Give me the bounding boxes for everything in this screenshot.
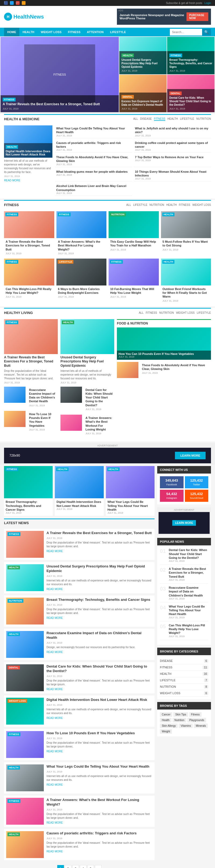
tag-minerals[interactable]: Minerals xyxy=(194,723,208,728)
list-item[interactable]: These Foods to Absolutely Avoid if You H… xyxy=(117,362,211,378)
page-4-btn[interactable]: 4 xyxy=(80,865,86,868)
hero-side1[interactable]: HEALTH Unused Dental Surgery Prescriptio… xyxy=(119,37,167,74)
ftab-weightloss[interactable]: WEIGHT LOSS xyxy=(192,204,211,206)
category-nutrition[interactable]: NUTRITION 8 xyxy=(160,684,208,690)
read-more-link[interactable]: READ MORE xyxy=(46,688,63,691)
latest-article[interactable]: DENTAL Dental Care for Kids: When Should… xyxy=(4,662,154,693)
list-item[interactable]: Roaccutane Examine Impact of Data on Chi… xyxy=(4,386,58,408)
tag-skin-allergy[interactable]: Skin Allergy xyxy=(160,723,178,728)
read-more-link[interactable]: READ MORE xyxy=(46,550,63,553)
list-item[interactable]: These Foods to Absolutely Avoid if You H… xyxy=(55,154,132,167)
list-item[interactable]: Alcohol Link Between Liver and Brain May… xyxy=(55,183,132,196)
latest-article[interactable]: FITNESS A Trainer Reveals the Best Exerc… xyxy=(4,529,154,560)
hero-side3[interactable]: FITNESS Breast Thermography: Technology,… xyxy=(167,37,214,74)
list-item[interactable]: A Trainer Answers: What's the Best Worko… xyxy=(61,415,114,436)
page-2-btn[interactable]: 2 xyxy=(65,865,71,868)
tag-skin-tips[interactable]: Skin Tips xyxy=(173,712,188,717)
nav-lifestyle[interactable]: LIFESTYLE xyxy=(107,28,129,36)
read-more-link[interactable]: READ MORE xyxy=(46,616,63,619)
article-card[interactable]: HEALTH What Your Legs Could Be Telling Y… xyxy=(106,466,154,516)
soundcloud-count[interactable]: 125,432 SoundCloud xyxy=(185,490,209,502)
list-item[interactable]: 7 Top Better Ways to Remove Acne on Your… xyxy=(134,154,211,167)
hero-main[interactable]: FITNESS FITNESS A Trainer Reveals the Be… xyxy=(1,37,119,112)
nav-fitness[interactable]: FITNESS xyxy=(65,28,83,36)
logo[interactable]: H HealthNews xyxy=(4,13,44,21)
latest-article[interactable]: HEALTH Unused Dental Surgery Prescriptio… xyxy=(4,562,154,593)
tag-playgrounds[interactable]: Playgrounds xyxy=(187,718,206,722)
list-item[interactable]: What is Jellyfish acid and why should I … xyxy=(134,125,211,138)
tag-health[interactable]: Health xyxy=(160,718,172,722)
list-item[interactable]: What bloating gums mean for people with … xyxy=(55,169,132,182)
hltab-all[interactable]: ALL xyxy=(139,311,144,314)
article-card[interactable]: HEALTH Digital Health Intervention Does … xyxy=(55,466,104,516)
food-img1[interactable]: How You Can 10 Pounds Even If You Have V… xyxy=(117,328,211,360)
tab-disease[interactable]: DISEASE xyxy=(140,117,151,121)
tab-lifestyle[interactable]: LIFESTYLE xyxy=(180,117,194,121)
health-featured-img[interactable]: HEALTH Digital Health Intervention Does … xyxy=(4,125,52,158)
twitter-count[interactable]: 125,432 Twitter xyxy=(185,476,209,488)
list-item[interactable]: How To Lose 10 Pounds Even If You Have V… xyxy=(4,411,58,432)
latest-article[interactable]: FITNESS How To Lose 10 Pounds Even If Yo… xyxy=(4,729,154,760)
instagram-count[interactable]: 54,432 Instagram xyxy=(160,490,184,502)
list-item[interactable]: Drinking coffee could protect against so… xyxy=(134,140,211,153)
ftab-all[interactable]: ALL xyxy=(126,204,131,206)
hl-center-title[interactable]: Unused Dental Surgery Prescriptions May … xyxy=(61,355,114,368)
latest-article[interactable]: NUTRITION Breast Thermography: Technolog… xyxy=(4,595,154,627)
latest-article[interactable]: HEALTH Causes of psoriatic arthritis: Tr… xyxy=(4,829,154,860)
article-card[interactable]: HEALTH Outdoor Best Friend Workouts for … xyxy=(161,258,211,304)
tag-vitamins[interactable]: Vitamins xyxy=(179,723,193,728)
tab-nutrition[interactable]: NUTRITION xyxy=(196,117,211,121)
list-item[interactable]: 10 Things Every Woman Should Know About … xyxy=(134,169,211,182)
latest-article[interactable]: HEALTH What Your Legs Could Be Telling Y… xyxy=(4,762,154,794)
nav-attention[interactable]: ATTENTION xyxy=(83,28,107,36)
tag-weight[interactable]: Weight xyxy=(160,729,172,734)
rss-icon[interactable]: r xyxy=(22,1,26,5)
category-lifestyle[interactable]: LIFESTYLE 7 xyxy=(160,677,208,684)
health-featured-read-more[interactable]: READ MORE xyxy=(4,179,21,182)
ftab-health[interactable]: HEALTH xyxy=(166,204,177,206)
latest-article[interactable]: HEALTH Roaccutane Examine Impact of Data… xyxy=(4,629,154,660)
read-more-link[interactable]: READ MORE xyxy=(46,750,63,753)
hltab-nutrition[interactable]: NUTRITION xyxy=(159,311,174,314)
article-card[interactable]: FITNESS 10 Fat-Burning Moves That Will H… xyxy=(109,258,159,304)
read-more-link[interactable]: READ MORE xyxy=(46,716,63,719)
tag-nutrition[interactable]: Nutrition xyxy=(173,718,186,722)
hl-center-img[interactable]: HEALTH xyxy=(61,319,114,354)
top-bar-social[interactable]: f t g+ r xyxy=(4,1,26,5)
tag-fitness[interactable]: Fitness xyxy=(189,712,202,717)
tab-all[interactable]: ALL xyxy=(133,117,138,121)
hl-featured-title[interactable]: A Trainer Reveals the Best Exercises For… xyxy=(4,355,58,368)
nav-weight-loss[interactable]: WEIGHT LOSS xyxy=(38,28,65,36)
page-5-btn[interactable]: 5 xyxy=(87,865,94,868)
latest-article[interactable]: WEIGHT LOSS Digital Health Intervention … xyxy=(4,695,154,727)
page-next-btn[interactable]: » xyxy=(95,865,102,868)
hl-featured-img[interactable]: FITNESS xyxy=(4,319,58,354)
page-1-btn[interactable]: 1 xyxy=(57,865,64,868)
list-item[interactable]: Causes of psoriatic arthritis: Triggers … xyxy=(55,140,132,153)
popular-item[interactable]: 04 What Your Legs Could Be Telling You A… xyxy=(160,604,208,621)
hltab-fitness[interactable]: FITNESS xyxy=(146,311,157,314)
tag-cancer[interactable]: Cancer xyxy=(160,712,172,717)
latest-article[interactable]: FITNESS A Trainer Answers: What's the Be… xyxy=(4,796,154,827)
ftab-lifestyle[interactable]: LIFESTYLE xyxy=(133,204,148,206)
hltab-weightloss[interactable]: WEIGHT LOSS xyxy=(176,311,194,314)
nav-home[interactable]: HOME xyxy=(4,28,20,36)
page-3-btn[interactable]: 3 xyxy=(72,865,79,868)
read-more-link[interactable]: READ MORE xyxy=(46,850,63,853)
hero-side4[interactable]: DENTAL Dental Care for Kids: When Should… xyxy=(167,75,214,112)
article-card[interactable]: FITNESS A Trainer Answers: What's the Be… xyxy=(57,211,107,256)
read-more-link[interactable]: READ MORE xyxy=(46,588,63,591)
list-item[interactable]: What Your Legs Could Be Telling You Abou… xyxy=(55,125,132,138)
category-fitness[interactable]: FITNESS 11 xyxy=(160,664,208,671)
popular-item[interactable]: 01 Dental Care for Kids: When Should You… xyxy=(160,548,208,565)
tab-fitness[interactable]: FITNESS xyxy=(154,117,165,121)
article-card[interactable]: FITNESS Can This Weight-Loss Pill Really… xyxy=(4,258,54,304)
google-plus-icon[interactable]: g+ xyxy=(16,1,20,5)
search-input[interactable] xyxy=(170,29,202,35)
article-card[interactable]: FITNESS A Trainer Reveals the Best Exerc… xyxy=(4,211,54,256)
list-item[interactable]: Dental Care for Kids: When Should Your C… xyxy=(61,386,114,412)
category-disease[interactable]: DISEASE 6 xyxy=(160,658,208,664)
read-more-link[interactable]: READ MORE xyxy=(46,821,63,824)
article-card[interactable]: FITNESS Breast Thermography: Technology,… xyxy=(4,466,53,516)
tab-health[interactable]: HEALTH xyxy=(168,117,178,121)
